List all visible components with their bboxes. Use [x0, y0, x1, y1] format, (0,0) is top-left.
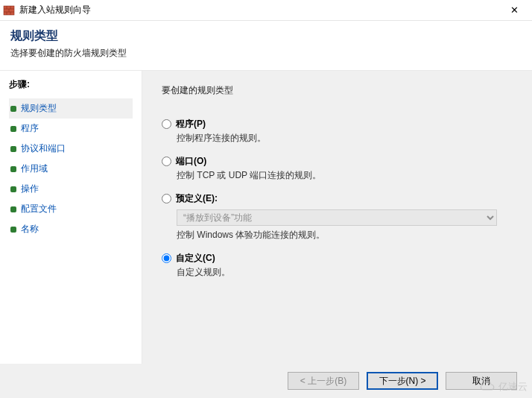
page-subtitle: 选择要创建的防火墙规则类型 [10, 47, 522, 60]
sidebar-item-label: 协议和端口 [21, 142, 66, 155]
bullet-icon [10, 227, 16, 233]
option-label: 自定义(C) [176, 252, 215, 265]
sidebar-item-label: 名称 [21, 223, 39, 236]
sidebar-item-label: 操作 [21, 183, 39, 195]
sidebar-item-label: 配置文件 [21, 203, 57, 215]
back-button: < 上一步(B) [288, 372, 359, 390]
sidebar-item-ruletype[interactable]: 规则类型 [9, 98, 133, 119]
bullet-icon [10, 126, 16, 132]
main-panel: 要创建的规则类型 程序(P) 控制程序连接的规则。 端口(O) 控制 TCP 或… [142, 70, 532, 370]
option-custom: 自定义(C) 自定义规则。 [162, 252, 513, 279]
sidebar-item-program[interactable]: 程序 [9, 119, 133, 139]
option-label: 预定义(E): [176, 192, 218, 205]
close-button[interactable]: ✕ [499, 3, 529, 18]
sidebar-item-protocol[interactable]: 协议和端口 [9, 139, 133, 159]
sidebar-item-action[interactable]: 操作 [9, 179, 133, 199]
wizard-footer: < 上一步(B) 下一步(N) > 取消 [0, 364, 532, 398]
radio-program[interactable] [162, 119, 171, 129]
sidebar-item-label: 作用域 [21, 162, 48, 175]
steps-title: 步骤: [9, 78, 133, 91]
option-desc: 控制 TCP 或 UDP 端口连接的规则。 [177, 169, 513, 182]
sidebar-item-label: 程序 [21, 122, 39, 135]
bullet-icon [10, 166, 16, 172]
bullet-icon [10, 206, 16, 212]
radio-predefined[interactable] [162, 194, 171, 203]
cancel-button[interactable]: 取消 [446, 372, 517, 390]
sidebar-item-scope[interactable]: 作用域 [9, 159, 133, 179]
steps-sidebar: 步骤: 规则类型 程序 协议和端口 作用域 操作 配置文件 名称 [0, 70, 142, 370]
next-button[interactable]: 下一步(N) > [367, 372, 438, 390]
option-program: 程序(P) 控制程序连接的规则。 [162, 118, 513, 145]
option-label: 端口(O) [176, 155, 206, 168]
option-desc: 控制程序连接的规则。 [177, 132, 513, 145]
sidebar-item-name[interactable]: 名称 [9, 219, 133, 239]
predefined-select: “播放到设备”功能 [177, 209, 497, 226]
radio-custom[interactable] [162, 253, 171, 263]
sidebar-item-label: 规则类型 [21, 102, 57, 115]
wizard-header: 规则类型 选择要创建的防火墙规则类型 [0, 21, 532, 70]
main-prompt: 要创建的规则类型 [162, 84, 513, 97]
titlebar: 新建入站规则向导 ✕ [0, 0, 532, 21]
bullet-icon [10, 106, 16, 112]
sidebar-item-profile[interactable]: 配置文件 [9, 199, 133, 219]
option-desc: 自定义规则。 [177, 266, 513, 279]
page-heading: 规则类型 [10, 28, 522, 44]
bullet-icon [10, 186, 16, 192]
option-port: 端口(O) 控制 TCP 或 UDP 端口连接的规则。 [162, 155, 513, 182]
option-desc: 控制 Windows 体验功能连接的规则。 [177, 229, 513, 241]
option-label: 程序(P) [176, 118, 206, 130]
window-title: 新建入站规则向导 [19, 4, 499, 16]
option-predefined: 预定义(E): “播放到设备”功能 控制 Windows 体验功能连接的规则。 [162, 192, 513, 241]
bullet-icon [10, 146, 16, 152]
radio-port[interactable] [162, 157, 171, 166]
firewall-icon [3, 4, 15, 16]
